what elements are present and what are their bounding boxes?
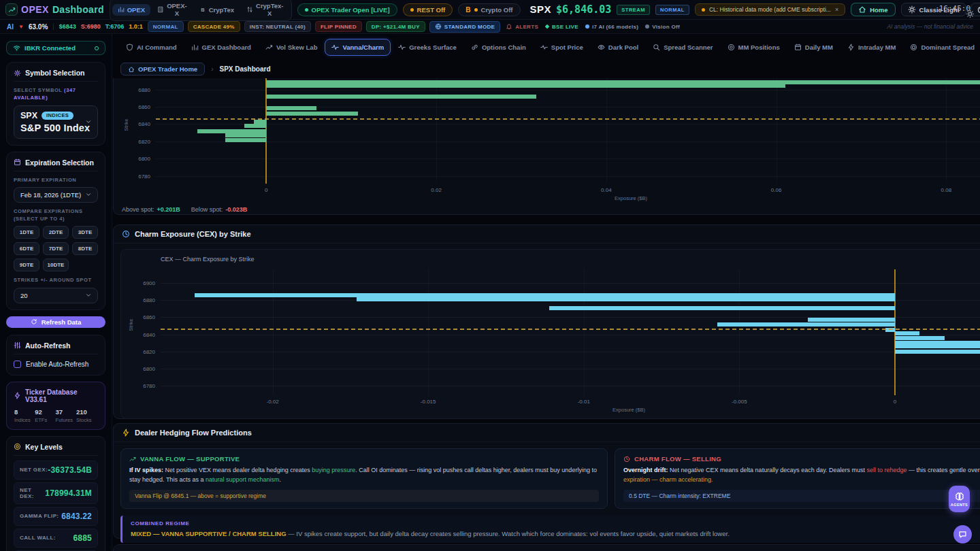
ai-disclaimer: AI analysis — not financial advice [887, 23, 973, 30]
tab-label: AI Command [137, 44, 177, 51]
spot-line [161, 329, 980, 330]
charm-card-body: Overnight drift: Net negative CEX means … [623, 466, 980, 485]
vex-totals: Above spot:+0.201B Below spot:-0.023B [122, 206, 980, 213]
product-tab-cryptex-x[interactable]: CrypTex-X [241, 0, 289, 19]
settings-gear-icon[interactable] [966, 10, 975, 18]
tab-daily-mm[interactable]: Daily MM [787, 39, 840, 56]
tab-gex-dashboard[interactable]: GEX Dashboard [184, 39, 258, 56]
exposure-bar [266, 112, 358, 116]
agents-button[interactable]: AGENTS [949, 486, 970, 512]
moon-icon [977, 5, 980, 14]
notification-close-icon[interactable]: × [835, 6, 838, 13]
dte-chip-6dte[interactable]: 6DTE [14, 242, 39, 255]
notification-banner[interactable]: CL: Historical data mode (add CME subscr… [695, 3, 845, 16]
product-tab-cryptex[interactable]: BCrypTex [194, 4, 240, 16]
trader-status-pill[interactable]: OPEX Trader Open [LIVE] [297, 3, 397, 16]
tab-ai-command[interactable]: AI Command [119, 39, 184, 56]
tab-vanna-charm[interactable]: Vanna/Charm [325, 39, 391, 56]
key-levels-card: Key Levels NET GEX:-36373.54BNET DEX:178… [6, 436, 105, 551]
tab-label: MM Positions [738, 44, 780, 51]
dotgray-icon [645, 24, 649, 29]
badge-label: BSE LIVE [552, 24, 578, 30]
cex-chart-title: CEX — Charm Exposure by Strike [161, 256, 255, 263]
status-badge-normal: NORMAL [148, 21, 184, 32]
trend-icon [265, 44, 273, 51]
tab-spot-price[interactable]: Spot Price [534, 39, 590, 56]
tab-dominant-spread[interactable]: Dominant Spread [903, 39, 980, 56]
link-icon [471, 44, 478, 51]
app-logo: OPEX Dashboard [5, 3, 104, 16]
enable-auto-refresh-checkbox[interactable]: Enable Auto-Refresh [14, 359, 98, 369]
refresh-icon [31, 318, 37, 325]
tab-options-chain[interactable]: Options Chain [464, 39, 533, 56]
y-gridline [156, 176, 980, 177]
dte-chip-2dte[interactable]: 2DTE [43, 226, 69, 239]
badge-label: FLIP PINNED [321, 24, 357, 30]
home-label: Home [870, 6, 887, 14]
y-gridline [156, 141, 980, 142]
combined-regime-label: COMBINED REGIME [131, 520, 980, 527]
agents-label: AGENTS [951, 503, 968, 507]
symbol-dropdown[interactable]: SPX INDICES S&P 500 Index [14, 105, 98, 139]
crypto-status-pill[interactable]: B Crypto Off [458, 3, 520, 16]
home-icon [128, 66, 135, 73]
svg-text:B: B [201, 7, 205, 13]
charm-card-title: CHARM FLOW — SELLING [634, 455, 721, 463]
expiration-selection-card: Expiration Selection PRIMARY EXPIRATION … [6, 152, 105, 310]
tab-vol-skew-lab[interactable]: Vol Skew Lab [259, 39, 325, 56]
calendar-icon [794, 44, 802, 51]
ticker-stat-etfs: 92ETFs [35, 408, 54, 423]
rest-status-pill[interactable]: REST Off [403, 3, 453, 16]
tab-greeks-surface[interactable]: Greeks Surface [391, 39, 463, 56]
ticker-quote: SPX $6,846.03 [530, 3, 612, 16]
zap-icon [847, 44, 855, 51]
x-axis-label: Exposure ($B) [161, 407, 980, 413]
y-gridline [161, 386, 980, 386]
chevron-down-icon [85, 292, 92, 299]
primary-expiration-select[interactable]: Feb 18, 2026 (1DTE) [14, 187, 98, 203]
dte-chip-9dte[interactable]: 9DTE [14, 258, 39, 271]
refresh-data-button[interactable]: Refresh Data [6, 316, 105, 328]
trend-up-icon [129, 456, 136, 463]
ibkr-connection-status[interactable]: IBKR Connected [6, 41, 105, 55]
strikes-label: STRIKES +/- AROUND SPOT [14, 276, 98, 284]
y-tick-label: 6820 [143, 348, 155, 354]
normal-badge: NORMAL [655, 5, 689, 15]
connection-label: IBKR Connected [24, 44, 76, 52]
home-button[interactable]: Home [851, 3, 895, 16]
exposure-bar [266, 84, 785, 88]
dte-chip-3dte[interactable]: 3DTE [72, 226, 98, 239]
module-tabbar: AI CommandGEX DashboardVol Skew LabVanna… [112, 34, 980, 60]
chat-button[interactable] [953, 525, 972, 544]
product-tab-opex[interactable]: OPEX [112, 4, 150, 16]
y-gridline [156, 124, 980, 124]
dte-chip-7dte[interactable]: 7DTE [43, 242, 69, 255]
combined-regime-box: COMBINED REGIME MIXED — VANNA SUPPORTIVE… [120, 516, 980, 543]
strikes-select[interactable]: 20 [14, 288, 98, 303]
dte-chip-8dte[interactable]: 8DTE [72, 242, 98, 255]
tab-intraday-mm[interactable]: Intraday MM [840, 39, 902, 56]
dte-chip-10dte[interactable]: 10DTE [43, 258, 69, 271]
breadcrumb-home-button[interactable]: OPEX Trader Home [120, 63, 205, 76]
wifi-icon [13, 44, 20, 52]
x-gridline [428, 269, 429, 395]
symbol-full-name: S&P 500 Index [20, 122, 91, 133]
tab-label: Greeks Surface [409, 44, 457, 51]
auto-refresh-label: Enable Auto-Refresh [26, 361, 88, 368]
tab-dark-pool[interactable]: Dark Pool [591, 39, 645, 56]
dte-chip-1dte[interactable]: 1DTE [14, 226, 39, 239]
product-tab-opex-x[interactable]: OPEX-X [152, 0, 193, 19]
x-tick-label: 0.06 [771, 187, 782, 193]
tab-mm-positions[interactable]: MM Positions [721, 39, 787, 56]
tab-spread-scanner[interactable]: Spread Scanner [646, 39, 719, 56]
rest-dot-icon [410, 8, 414, 12]
symbol-section-title: Symbol Selection [25, 69, 85, 77]
symbol-type-badge: INDICES [42, 112, 74, 120]
diamond-icon [545, 24, 550, 29]
y-gridline [156, 158, 980, 159]
ai-confidence: 63.0% [29, 23, 48, 31]
x-tick-label: 0.04 [601, 187, 612, 193]
search-icon [653, 44, 660, 51]
x-axis-label: Exposure ($B) [156, 195, 980, 201]
y-gridline [161, 369, 980, 369]
